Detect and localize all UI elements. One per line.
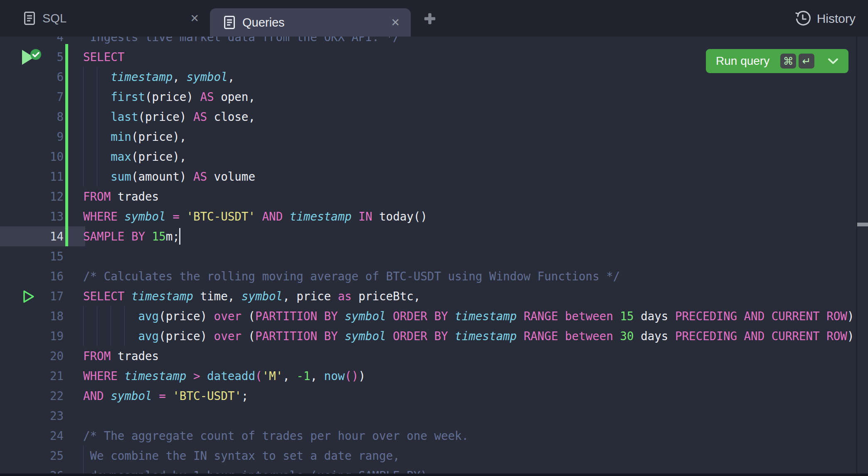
code-line-17[interactable]: 17SELECT timestamp time, symbol, price a…: [0, 286, 856, 306]
code-line-13[interactable]: 13WHERE symbol = 'BTC-USDT' AND timestam…: [0, 206, 856, 226]
line-number: 15: [0, 246, 64, 266]
run-query-label: Run query: [716, 54, 769, 68]
panel-divider[interactable]: [0, 474, 868, 476]
code-line-16[interactable]: 16/* Calculates the rolling moving avera…: [0, 266, 856, 286]
enter-key-icon: ↵: [799, 54, 814, 69]
line-number: 20: [0, 346, 64, 366]
cursor-position-marker: [857, 223, 868, 226]
code-text: WHERE timestamp > dateadd('M', -1, now()…: [83, 366, 365, 386]
line-number: 18: [0, 306, 64, 326]
code-line-12[interactable]: 12FROM trades: [0, 186, 856, 206]
tab-label: Queries: [242, 16, 285, 29]
code-line-22[interactable]: 22AND symbol = 'BTC-USDT';: [0, 386, 856, 406]
line-number: 21: [0, 366, 64, 386]
line-number: 12: [0, 186, 64, 206]
code-text: /* The aggregate count of trades per hou…: [83, 426, 469, 446]
tab-bar: SQL ✕ Queries ✕ History: [0, 0, 868, 37]
file-icon: [224, 16, 235, 29]
tab-sql[interactable]: SQL ✕: [0, 0, 210, 37]
line-number: 16: [0, 266, 64, 286]
line-number: 25: [0, 446, 64, 466]
history-clock-icon: [794, 10, 811, 27]
code-text: /* Calculates the rolling moving average…: [83, 266, 620, 286]
cmd-key-icon: ⌘: [780, 54, 796, 69]
code-text: avg(price) over (PARTITION BY symbol ORD…: [83, 326, 854, 346]
questdb-console: 4 Ingests live market data from the OKX …: [0, 0, 868, 476]
code-line-25[interactable]: 25 We combine the IN syntax to set a dat…: [0, 446, 856, 466]
code-text: max(price),: [83, 147, 186, 167]
code-text: first(price) AS open,: [83, 87, 255, 107]
text-cursor: [179, 228, 180, 245]
line-number: 8: [0, 107, 64, 127]
code-line-9[interactable]: 9 min(price),: [0, 127, 856, 147]
line-number: 19: [0, 326, 64, 346]
code-line-8[interactable]: 8 last(price) AS close,: [0, 107, 856, 127]
line-number: 11: [0, 167, 64, 186]
line-number: 7: [0, 87, 64, 107]
code-text: SELECT: [83, 47, 124, 67]
history-label: History: [817, 12, 856, 26]
code-line-20[interactable]: 20FROM trades: [0, 346, 856, 366]
line-number: 24: [0, 426, 64, 446]
plus-icon: [423, 12, 436, 25]
line-number: 22: [0, 386, 64, 406]
line-number: 23: [0, 406, 64, 426]
chevron-down-icon[interactable]: [828, 58, 838, 65]
code-text: SELECT timestamp time, symbol, price as …: [83, 286, 420, 306]
file-icon: [24, 12, 35, 25]
new-tab-button[interactable]: [422, 11, 437, 26]
code-line-7[interactable]: 7 first(price) AS open,: [0, 87, 856, 107]
line-number: 10: [0, 147, 64, 167]
code-line-24[interactable]: 24/* The aggregate count of trades per h…: [0, 426, 856, 446]
code-line-14[interactable]: 14SAMPLE BY 15m;: [0, 226, 856, 246]
run-query-button[interactable]: Run query ⌘ ↵: [706, 49, 848, 73]
line-number: 13: [0, 206, 64, 226]
code-text: avg(price) over (PARTITION BY symbol ORD…: [83, 306, 854, 326]
code-line-19[interactable]: 19 avg(price) over (PARTITION BY symbol …: [0, 326, 856, 346]
close-icon[interactable]: ✕: [391, 17, 400, 28]
code-line-18[interactable]: 18 avg(price) over (PARTITION BY symbol …: [0, 306, 856, 326]
code-line-11[interactable]: 11 sum(amount) AS volume: [0, 167, 856, 186]
code-text: AND symbol = 'BTC-USDT';: [83, 386, 248, 406]
tab-queries[interactable]: Queries ✕: [210, 8, 411, 37]
code-line-10[interactable]: 10 max(price),: [0, 147, 856, 167]
code-text: last(price) AS close,: [83, 107, 255, 127]
code-text: FROM trades: [83, 346, 159, 366]
code-text: sum(amount) AS volume: [83, 167, 255, 186]
run-query-success-icon[interactable]: [21, 49, 42, 66]
code-text: We combine the IN syntax to set a date r…: [83, 446, 400, 466]
line-number: 6: [0, 67, 64, 87]
run-query-icon[interactable]: [22, 290, 35, 303]
code-text: FROM trades: [83, 186, 159, 206]
line-number: 14: [0, 226, 64, 246]
overview-ruler-scrollbar[interactable]: [857, 37, 868, 474]
tab-label: SQL: [42, 12, 67, 25]
code-line-15[interactable]: 15: [0, 246, 856, 266]
close-icon[interactable]: ✕: [190, 13, 199, 24]
code-text: WHERE symbol = 'BTC-USDT' AND timestamp …: [83, 206, 427, 226]
code-text: SAMPLE BY 15m;: [83, 226, 180, 246]
code-line-23[interactable]: 23: [0, 406, 856, 426]
code-text: timestamp, symbol,: [83, 67, 234, 87]
line-number: 9: [0, 127, 64, 147]
query-range-bar: [65, 44, 68, 246]
code-line-21[interactable]: 21WHERE timestamp > dateadd('M', -1, now…: [0, 366, 856, 386]
history-button[interactable]: History: [794, 9, 856, 28]
code-text: min(price),: [83, 127, 186, 147]
